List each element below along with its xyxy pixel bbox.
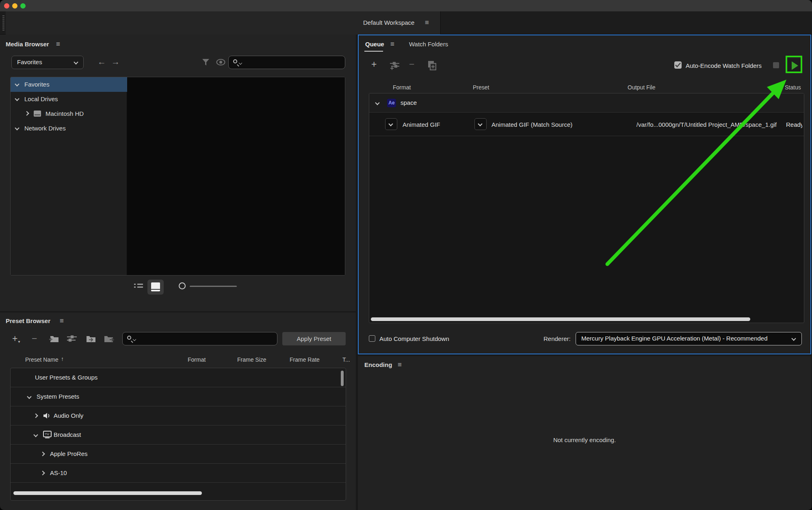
queue-group-row[interactable]: Ae space: [369, 93, 804, 113]
chevron-right-icon[interactable]: [24, 111, 29, 115]
add-preset-button[interactable]: + ▾: [12, 332, 20, 345]
tab-queue[interactable]: Queue: [365, 41, 384, 48]
tree-item-network-drives[interactable]: Network Drives: [11, 121, 127, 136]
list-item-label: AS-10: [50, 469, 67, 476]
tree-item-favorites[interactable]: Favorites: [11, 77, 127, 92]
stop-queue-button[interactable]: [773, 62, 779, 68]
item-format-link[interactable]: Animated GIF: [403, 121, 440, 128]
apply-preset-button[interactable]: Apply Preset: [282, 332, 346, 345]
chevron-down-icon[interactable]: [33, 432, 38, 437]
vertical-scrollbar[interactable]: [341, 371, 344, 386]
forward-arrow-icon[interactable]: →: [111, 57, 120, 67]
panel-menu-icon[interactable]: ≡: [398, 361, 402, 368]
hard-drive-icon: [33, 110, 41, 117]
search-icon: [127, 336, 131, 340]
close-window-button[interactable]: [4, 3, 9, 9]
encoding-status-message: Not currently encoding.: [358, 436, 811, 443]
minimize-window-button[interactable]: [12, 3, 17, 9]
renderer-label: Renderer:: [543, 335, 571, 342]
check-icon: [675, 63, 681, 67]
tree-item-local-drives[interactable]: Local Drives: [11, 92, 127, 106]
chevron-right-icon[interactable]: [33, 413, 38, 418]
preset-dropdown-button[interactable]: [474, 118, 487, 130]
format-dropdown-button[interactable]: [385, 118, 397, 130]
item-preset-link[interactable]: Animated GIF (Match Source): [492, 121, 572, 128]
panel-title: Media Browser: [6, 41, 49, 48]
filter-funnel-icon[interactable]: [201, 58, 210, 67]
renderer-value: Mercury Playback Engine GPU Acceleration…: [581, 335, 768, 342]
list-item-label: System Presets: [37, 393, 79, 400]
panel-menu-icon[interactable]: ≡: [390, 41, 394, 48]
queue-item-row[interactable]: Animated GIF Animated GIF (Match Source)…: [369, 113, 804, 136]
renderer-select[interactable]: Mercury Playback Engine GPU Acceleration…: [576, 332, 802, 345]
chevron-right-icon[interactable]: [40, 451, 45, 456]
item-status: Ready: [786, 121, 802, 128]
tab-default-workspace[interactable]: Default Workspace ≡: [6, 11, 441, 35]
tree-item-macintosh-hd[interactable]: Macintosh HD: [11, 106, 127, 121]
duplicate-icon[interactable]: [426, 60, 437, 71]
thumbnail-view-icon: [151, 282, 160, 291]
remove-preset-button[interactable]: −: [32, 332, 37, 345]
media-source-select[interactable]: Favorites: [11, 56, 84, 69]
chevron-down-icon[interactable]: [15, 82, 19, 86]
thumbnail-view-button[interactable]: [147, 280, 164, 295]
panel-drag-handle[interactable]: [2, 15, 4, 31]
search-icon: [233, 59, 237, 63]
panel-title: Preset Browser: [6, 317, 50, 324]
chevron-down-icon: [791, 336, 796, 341]
column-header-frame-rate[interactable]: Frame Rate: [290, 356, 320, 363]
column-header-frame-size[interactable]: Frame Size: [237, 356, 266, 363]
preset-browser-panel: Preset Browser ≡ + ▾ −: [0, 313, 356, 510]
media-source-value: Favorites: [17, 59, 42, 65]
zoom-slider-knob[interactable]: [179, 282, 186, 289]
column-header-preset-name[interactable]: Preset Name: [25, 356, 58, 363]
import-preset-icon[interactable]: [85, 335, 97, 343]
auto-encode-checkbox[interactable]: [674, 61, 682, 69]
media-preview-area: [127, 77, 345, 275]
zoom-slider-track[interactable]: [190, 286, 237, 287]
export-preset-icon[interactable]: [103, 335, 115, 343]
media-search-input[interactable]: [228, 56, 345, 69]
column-header-preset: Preset: [473, 84, 489, 91]
list-item-apple-prores[interactable]: Apple ProRes: [11, 445, 346, 464]
list-item-system-presets[interactable]: System Presets: [11, 387, 346, 406]
chevron-down-icon[interactable]: [375, 100, 379, 105]
remove-item-button[interactable]: −: [409, 59, 414, 70]
add-output-icon[interactable]: [390, 61, 400, 70]
tab-watch-folders[interactable]: Watch Folders: [409, 41, 448, 48]
queue-panel: Queue ≡ Watch Folders + − Auto-Encode Wa…: [358, 35, 811, 354]
chevron-down-icon[interactable]: [15, 96, 19, 101]
panel-menu-icon[interactable]: ≡: [56, 41, 60, 48]
column-header-format[interactable]: Format: [188, 356, 206, 363]
eye-icon[interactable]: [216, 59, 225, 65]
list-item-user-presets[interactable]: User Presets & Groups: [11, 368, 346, 387]
auto-shutdown-label: Auto Computer Shutdown: [379, 335, 449, 342]
chevron-down-icon: [74, 60, 78, 64]
workspace-menu-icon[interactable]: ≡: [425, 19, 429, 26]
list-view-icon[interactable]: [134, 283, 143, 290]
search-options-chevron-icon: [133, 338, 136, 341]
chevron-down-icon[interactable]: [27, 394, 31, 399]
list-item-audio-only[interactable]: Audio Only: [11, 406, 346, 425]
auto-shutdown-checkbox[interactable]: [369, 335, 375, 342]
list-item-broadcast[interactable]: TV Broadcast: [11, 425, 346, 445]
column-header-truncated[interactable]: T...: [342, 356, 351, 363]
chevron-down-icon[interactable]: [15, 126, 19, 130]
list-item-as10[interactable]: AS-10: [11, 464, 346, 483]
sort-ascending-icon[interactable]: ↑: [61, 356, 64, 362]
auto-encode-label: Auto-Encode Watch Folders: [686, 62, 762, 69]
add-source-button[interactable]: +: [371, 59, 377, 70]
horizontal-scrollbar[interactable]: [13, 491, 202, 495]
zoom-window-button[interactable]: [20, 3, 26, 9]
new-preset-group-icon[interactable]: [48, 335, 59, 343]
chevron-right-icon[interactable]: [40, 471, 45, 475]
tv-icon: TV: [43, 431, 52, 438]
column-header-output-file: Output File: [628, 84, 655, 91]
preset-settings-icon[interactable]: [67, 335, 77, 343]
panel-menu-icon[interactable]: ≡: [60, 317, 64, 324]
back-arrow-icon[interactable]: ←: [97, 57, 106, 67]
preset-search-input[interactable]: [122, 332, 277, 345]
start-queue-button[interactable]: [788, 59, 801, 72]
horizontal-scrollbar[interactable]: [371, 317, 750, 321]
item-output-file-link[interactable]: /var/fo...0000gn/T/Untitled Project_AME/…: [613, 121, 777, 128]
